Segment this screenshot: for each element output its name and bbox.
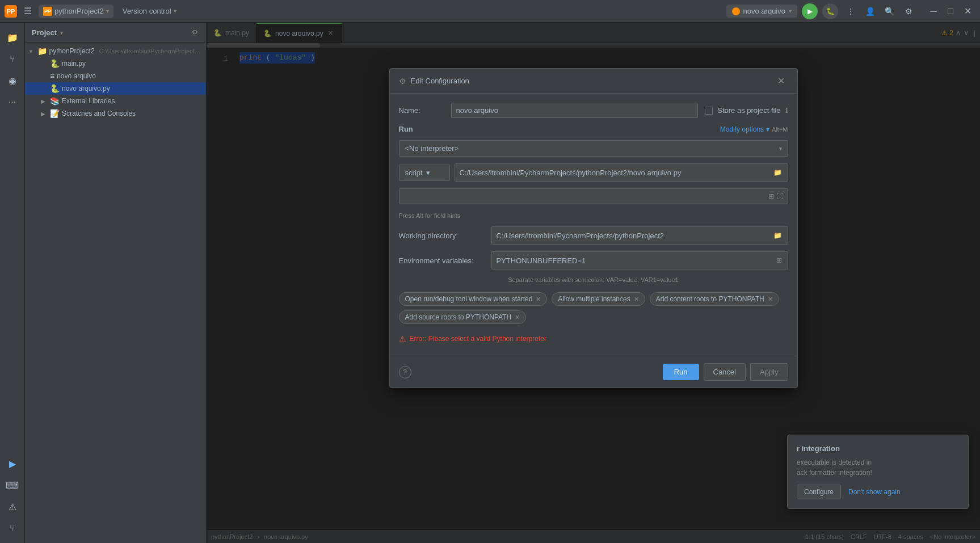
tag-allow-multiple[interactable]: Allow multiple instances ✕ bbox=[552, 292, 645, 306]
error-message: ⚠ Error: Please select a valid Python in… bbox=[399, 331, 788, 347]
tree-item-root[interactable]: ▾ 📁 pythonProject2 C:\Users\ltrombini\Py… bbox=[25, 45, 206, 57]
help-icon: ? bbox=[403, 368, 407, 376]
dialog-body: Name: Store as project file ℹ Run Modify… bbox=[390, 94, 797, 356]
sidebar-item-git[interactable]: ⑂ bbox=[2, 49, 23, 69]
tree-item-main-py[interactable]: 🐍 main.py bbox=[25, 57, 206, 70]
browse-script-button[interactable]: 📁 bbox=[772, 167, 783, 178]
working-dir-row: Working directory: C:/Users/ltrombini/Py… bbox=[399, 226, 788, 245]
search-button[interactable]: 🔍 bbox=[881, 3, 897, 19]
debug-button[interactable]: 🐛 bbox=[822, 3, 838, 19]
more-actions-button[interactable]: ⋮ bbox=[843, 3, 859, 19]
tags-area: Open run/debug tool window when started … bbox=[399, 292, 788, 324]
interpreter-text: <No interpreter> bbox=[405, 144, 459, 153]
expand-params-button[interactable]: ⊞ bbox=[768, 192, 774, 200]
tag-close-icon[interactable]: ✕ bbox=[515, 314, 520, 321]
tree-item-external-libs[interactable]: ▶ 📚 External Libraries bbox=[25, 95, 206, 107]
field-hint: Press Alt for field hints bbox=[399, 211, 788, 220]
panel-settings-button[interactable]: ⚙ bbox=[191, 27, 199, 37]
project-switcher[interactable]: PP pythonProject2 ▾ bbox=[39, 5, 113, 18]
env-vars-row: Environment variables: PYTHONUNBUFFERED=… bbox=[399, 251, 788, 270]
project-icon: PP bbox=[43, 7, 52, 16]
sidebar-item-plugins[interactable]: ◉ bbox=[2, 70, 23, 91]
tag-close-icon[interactable]: ✕ bbox=[634, 296, 639, 303]
configure-button[interactable]: Configure bbox=[797, 485, 841, 499]
file-tree-panel: Project ▾ ⚙ ▾ 📁 pythonProject2 C:\Users\… bbox=[25, 23, 207, 543]
working-dir-text: C:/Users/ltrombini/PycharmProjects/pytho… bbox=[497, 231, 772, 240]
tag-close-icon[interactable]: ✕ bbox=[768, 296, 773, 303]
name-row: Name: Store as project file ℹ bbox=[399, 103, 788, 118]
version-control-menu[interactable]: Version control ▾ bbox=[118, 5, 181, 18]
app-icon: PP bbox=[5, 5, 17, 18]
error-icon: ⚠ bbox=[399, 334, 406, 343]
python-file-icon: 🐍 bbox=[50, 84, 60, 93]
sidebar-item-problems[interactable]: ⚠ bbox=[2, 496, 23, 517]
modify-options-label: Modify options bbox=[720, 125, 764, 133]
run-section-title: Run bbox=[399, 125, 413, 133]
dialog-close-button[interactable]: ✕ bbox=[774, 74, 788, 87]
sidebar-item-run[interactable]: ▶ bbox=[2, 453, 23, 474]
run-config-name: novo arquivo bbox=[743, 7, 785, 15]
sidebar-item-terminal[interactable]: ⌨ bbox=[2, 475, 23, 495]
python-file-icon: 🐍 bbox=[50, 59, 60, 68]
env-vars-input[interactable]: PYTHONUNBUFFERED=1 ⊞ bbox=[491, 251, 788, 270]
notification-popup: r integration executable is detected ina… bbox=[787, 435, 969, 509]
tag-close-icon[interactable]: ✕ bbox=[536, 296, 541, 303]
tree-item-scratches[interactable]: ▶ 📝 Scratches and Consoles bbox=[25, 107, 206, 120]
left-sidebar: 📁 ⑂ ◉ ··· ▶ ⌨ ⚠ ⑂ bbox=[0, 23, 25, 543]
folder-icon: 📁 bbox=[37, 47, 47, 56]
tree-item-label: External Libraries bbox=[62, 97, 115, 105]
run-button[interactable]: Run bbox=[663, 364, 699, 380]
env-vars-edit-button[interactable]: ⊞ bbox=[775, 255, 783, 266]
tag-label: Add content roots to PYTHONPATH bbox=[656, 295, 764, 303]
minimize-button[interactable]: ─ bbox=[926, 3, 941, 19]
dialog-icon: ⚙ bbox=[399, 77, 406, 86]
cancel-button[interactable]: Cancel bbox=[704, 363, 746, 381]
sidebar-item-git-bottom[interactable]: ⑂ bbox=[2, 518, 23, 538]
script-path-text: C:/Users/ltrombini/PycharmProjects/pytho… bbox=[460, 169, 772, 177]
fullscreen-params-button[interactable]: ⛶ bbox=[776, 192, 783, 200]
tree-item-novo-arquivo-py[interactable]: 🐍 novo arquivo.py bbox=[25, 82, 206, 95]
apply-button[interactable]: Apply bbox=[750, 363, 788, 381]
script-type-select[interactable]: script ▾ bbox=[399, 165, 450, 181]
store-help-icon[interactable]: ℹ bbox=[785, 107, 788, 115]
text-file-icon: ≡ bbox=[50, 71, 54, 81]
help-button[interactable]: ? bbox=[399, 366, 411, 378]
store-label: Store as project file bbox=[717, 106, 780, 115]
store-as-project-checkbox[interactable] bbox=[705, 107, 713, 115]
hamburger-menu-button[interactable]: ☰ bbox=[22, 3, 34, 19]
dropdown-arrow-icon: ▾ bbox=[779, 145, 782, 151]
tag-content-roots[interactable]: Add content roots to PYTHONPATH ✕ bbox=[650, 292, 779, 306]
account-button[interactable]: 👤 bbox=[862, 3, 878, 19]
dont-show-again-button[interactable]: Don't show again bbox=[846, 485, 903, 499]
tree-item-novo-arquivo[interactable]: ≡ novo arquivo bbox=[25, 70, 206, 82]
dialog-title: Edit Configuration bbox=[411, 77, 469, 85]
modify-options-button[interactable]: Modify options ▾ Alt+M bbox=[720, 125, 788, 133]
browse-working-dir-button[interactable]: 📁 bbox=[772, 230, 783, 241]
env-hint: Separate variables with semicolon: VAR=v… bbox=[399, 276, 788, 283]
edit-configuration-dialog: ⚙ Edit Configuration ✕ Name: Store as pr… bbox=[389, 68, 798, 388]
script-path-input[interactable]: C:/Users/ltrombini/PycharmProjects/pytho… bbox=[455, 163, 788, 182]
dialog-title-bar: ⚙ Edit Configuration ✕ bbox=[390, 69, 797, 94]
tag-source-roots[interactable]: Add source roots to PYTHONPATH ✕ bbox=[399, 310, 527, 324]
tree-arrow-icon: ▶ bbox=[41, 98, 48, 104]
params-input[interactable]: ⊞ ⛶ bbox=[399, 188, 788, 204]
notification-actions: Configure Don't show again bbox=[797, 485, 959, 499]
notification-text-content: executable is detected inack formatter i… bbox=[797, 458, 872, 477]
maximize-button[interactable]: □ bbox=[943, 3, 958, 19]
interpreter-dropdown[interactable]: <No interpreter> ▾ bbox=[399, 140, 788, 157]
dialog-footer: ? Run Cancel Apply bbox=[390, 356, 797, 388]
library-icon: 📚 bbox=[50, 96, 60, 106]
panel-arrow-icon: ▾ bbox=[60, 30, 63, 36]
settings-button[interactable]: ⚙ bbox=[901, 3, 916, 19]
name-input[interactable] bbox=[451, 103, 699, 118]
run-button[interactable]: ▶ bbox=[802, 3, 818, 19]
sidebar-item-project[interactable]: 📁 bbox=[2, 27, 23, 48]
tag-open-run-debug[interactable]: Open run/debug tool window when started … bbox=[399, 292, 548, 306]
run-configuration-selector[interactable]: novo arquivo ▾ bbox=[726, 5, 797, 18]
sidebar-item-more[interactable]: ··· bbox=[2, 92, 23, 112]
close-button[interactable]: ✕ bbox=[960, 3, 975, 19]
working-dir-input[interactable]: C:/Users/ltrombini/PycharmProjects/pytho… bbox=[491, 226, 788, 245]
panel-header[interactable]: Project ▾ ⚙ bbox=[25, 23, 206, 43]
hint-text: Press Alt for field hints bbox=[399, 212, 461, 219]
tree-item-label: main.py bbox=[62, 60, 86, 68]
